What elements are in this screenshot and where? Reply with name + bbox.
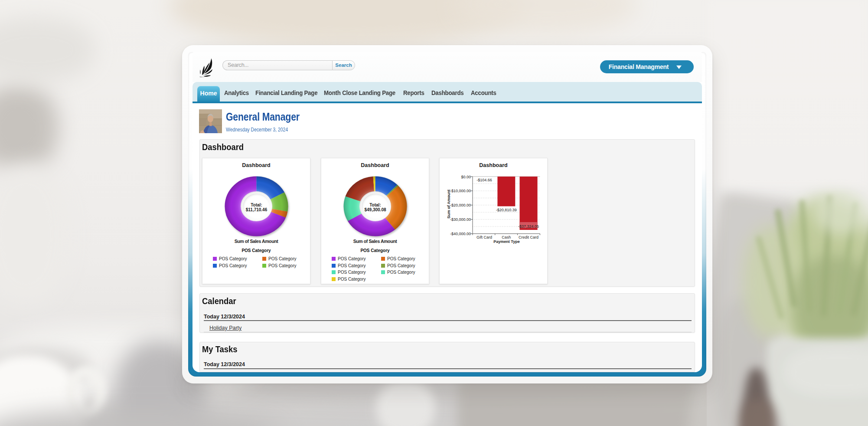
svg-text:$49,300.08: $49,300.08: [364, 207, 386, 212]
svg-text:Gift Card: Gift Card: [476, 235, 492, 239]
svg-text:Cash: Cash: [502, 235, 511, 239]
svg-text:-$20,000.00: -$20,000.00: [450, 203, 471, 207]
svg-text:$0.00: $0.00: [461, 175, 471, 179]
svg-text:Credit Card: Credit Card: [519, 235, 538, 239]
svg-text:-$30,000.00: -$30,000.00: [450, 217, 471, 222]
svg-text:-$20,810.39: -$20,810.39: [496, 208, 517, 212]
svg-text:Total:: Total:: [369, 203, 381, 207]
svg-text:Total:: Total:: [251, 203, 262, 207]
svg-text:$11,710.46: $11,710.46: [246, 207, 268, 212]
svg-text:Payment Type: Payment Type: [493, 239, 519, 244]
svg-text:-$37,324.05: -$37,324.05: [518, 224, 539, 229]
svg-text:-$10,000.00: -$10,000.00: [450, 189, 471, 193]
svg-text:-$104.66: -$104.66: [476, 178, 492, 182]
svg-text:Sum of Amount: Sum of Amount: [447, 190, 451, 219]
svg-text:-$40,000.00: -$40,000.00: [450, 232, 471, 236]
